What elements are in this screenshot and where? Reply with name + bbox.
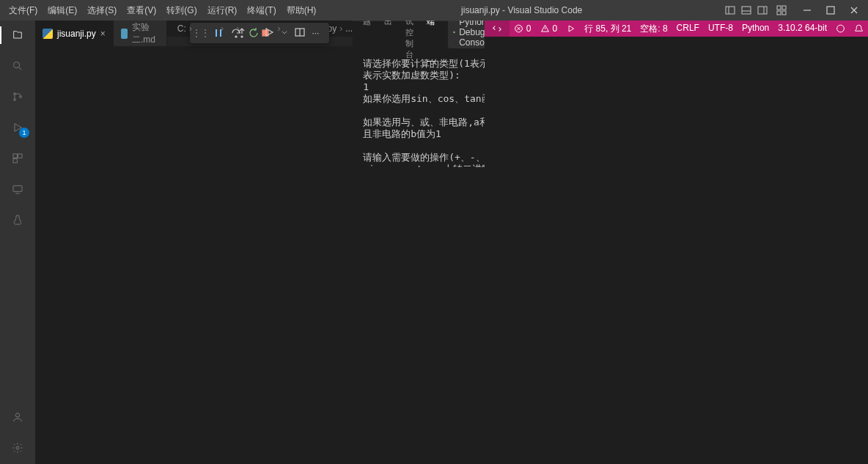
errors-count[interactable]: 0 (510, 21, 536, 37)
python-interpreter[interactable]: 3.10.2 64-bit (773, 23, 831, 33)
debug-badge: 1 (19, 128, 29, 138)
editor-tab[interactable]: jisuanji.py× (35, 21, 114, 46)
panel-bottom-icon[interactable] (739, 3, 754, 18)
extensions-icon[interactable] (9, 150, 26, 167)
menu-item[interactable]: 文件(F) (4, 3, 42, 18)
tab-label: jisuanji.py (57, 29, 96, 39)
remote-explorer-icon[interactable] (9, 180, 26, 198)
svg-point-14 (14, 62, 20, 68)
cursor-position[interactable]: 行 85, 列 21 (580, 23, 636, 35)
testing-icon[interactable] (9, 211, 26, 229)
svg-point-25 (16, 446, 19, 449)
warnings-count[interactable]: 0 (536, 21, 562, 37)
svg-rect-4 (758, 7, 767, 14)
svg-rect-7 (782, 6, 786, 10)
menu-item[interactable]: 运行(R) (203, 3, 242, 18)
language-mode[interactable]: Python (738, 23, 773, 33)
activity-bar: 1 (0, 21, 35, 464)
feedback-icon[interactable] (831, 23, 850, 34)
remote-icon[interactable] (485, 21, 510, 37)
panel-left-icon[interactable] (723, 3, 738, 18)
svg-rect-8 (777, 11, 781, 15)
title-bar: 文件(F)编辑(E)选择(S)查看(V)转到(G)运行(R)终端(T)帮助(H)… (0, 0, 868, 21)
svg-point-16 (14, 93, 16, 95)
status-bar: 0 0 行 85, 列 21 空格: 8 CRLF UTF-8 Python 3… (485, 21, 868, 37)
drag-handle-icon[interactable]: ⋮⋮ (193, 25, 209, 41)
menu-item[interactable]: 查看(V) (122, 3, 161, 18)
svg-rect-19 (13, 154, 17, 158)
breadcrumb-segment[interactable]: C: (177, 23, 186, 34)
terminal-output[interactable]: 请选择你要计算的类型(1表示实数类型;2表示虚数类型;3表示实数加虚数类型): … (353, 43, 485, 167)
panel-right-icon[interactable] (755, 3, 770, 18)
accounts-icon[interactable] (9, 408, 26, 426)
indentation[interactable]: 空格: 8 (636, 23, 672, 35)
explorer-icon[interactable] (9, 26, 26, 44)
close-button[interactable] (843, 2, 865, 18)
svg-rect-21 (13, 159, 17, 163)
debug-status-icon[interactable] (562, 21, 580, 37)
svg-line-15 (19, 67, 21, 70)
svg-point-32 (241, 36, 243, 37)
editor-area: jisuanji.py×实验二.md ⋮⋮ ··· C:›Users›lp›De… (35, 21, 485, 464)
notifications-icon[interactable] (850, 23, 868, 34)
svg-rect-9 (782, 11, 786, 15)
maximize-button[interactable] (820, 2, 842, 18)
svg-rect-0 (726, 7, 735, 14)
menu-item[interactable]: 终端(T) (243, 3, 280, 18)
restart-icon[interactable] (248, 25, 260, 41)
run-debug-icon[interactable]: 1 (9, 119, 26, 136)
svg-point-18 (20, 96, 22, 98)
svg-point-36 (454, 32, 455, 33)
split-editor-icon[interactable] (294, 26, 306, 40)
eol[interactable]: CRLF (672, 23, 704, 33)
window-title: jisuanji.py - Visual Studio Code (320, 5, 723, 15)
minimize-button[interactable] (796, 2, 818, 18)
run-file-icon[interactable] (263, 26, 275, 40)
svg-rect-6 (777, 6, 781, 10)
settings-gear-icon[interactable] (9, 439, 26, 457)
panel-tabs: 问题输出调试控制台终端 Python Debug Console (353, 21, 485, 43)
svg-rect-20 (18, 154, 22, 158)
svg-point-47 (837, 25, 845, 32)
svg-point-17 (14, 99, 16, 101)
close-tab-icon[interactable]: × (100, 29, 106, 39)
menu-item[interactable]: 帮助(H) (282, 3, 321, 18)
search-icon[interactable] (9, 57, 26, 75)
editor-tab[interactable]: 实验二.md (114, 21, 167, 46)
menu-item[interactable]: 选择(S) (83, 3, 121, 18)
markdown-icon (121, 29, 128, 39)
svg-rect-22 (13, 185, 22, 191)
step-into-icon[interactable] (246, 25, 262, 41)
editor-tabs: jisuanji.py×实验二.md ⋮⋮ ··· C:›Users›lp›De… (35, 21, 485, 46)
svg-rect-2 (742, 7, 751, 14)
pause-icon[interactable] (210, 25, 227, 41)
tab-label: 实验二.md (132, 21, 159, 46)
source-control-icon[interactable] (9, 88, 26, 106)
debug-toolbar: ⋮⋮ ··· (190, 23, 329, 43)
tab-actions: ··· (263, 26, 326, 40)
window-controls (796, 2, 865, 18)
chevron-down-icon[interactable] (281, 26, 288, 40)
layout-controls (723, 3, 789, 18)
menu-item[interactable]: 编辑(E) (43, 3, 81, 18)
bottom-panel: 问题输出调试控制台终端 Python Debug Console 请选择你要计算… (353, 21, 485, 167)
encoding[interactable]: UTF-8 (704, 23, 738, 33)
menu-bar: 文件(F)编辑(E)选择(S)查看(V)转到(G)运行(R)终端(T)帮助(H) (4, 3, 320, 18)
customize-layout-icon[interactable] (774, 3, 789, 18)
menu-item[interactable]: 转到(G) (162, 3, 201, 18)
svg-point-24 (15, 413, 19, 417)
more-icon[interactable]: ··· (312, 28, 319, 38)
svg-rect-11 (827, 7, 834, 14)
python-icon (43, 29, 53, 39)
breadcrumb-segment[interactable]: ... (345, 23, 353, 34)
